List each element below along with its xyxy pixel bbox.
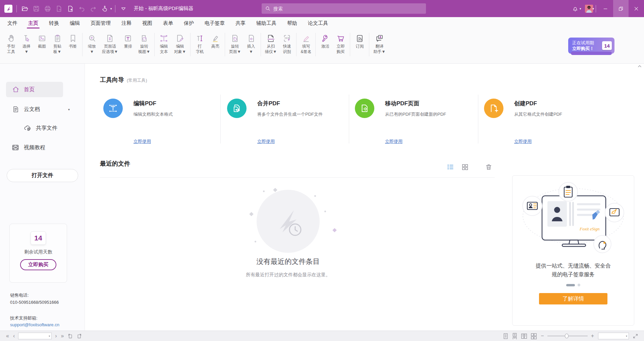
quick-ocr-button[interactable]: OCR 快速 识别: [279, 32, 294, 55]
typewriter-button[interactable]: 打 字机: [192, 32, 208, 55]
menu-protect[interactable]: 保护: [178, 17, 199, 30]
page-fit-button[interactable]: 页面适 应选项▼: [100, 32, 120, 55]
zoom-slider[interactable]: [547, 334, 588, 338]
ribbon-collapse-icon[interactable]: [118, 3, 128, 14]
menu-home[interactable]: 主页: [23, 17, 44, 30]
list-view-icon[interactable]: [446, 163, 454, 171]
facing-view-icon[interactable]: [519, 333, 529, 339]
snapshot-button[interactable]: 截图: [34, 32, 50, 50]
menu-esign[interactable]: 电子签章: [199, 17, 230, 30]
zoom-out-icon[interactable]: −: [539, 333, 546, 339]
cart-icon: [336, 33, 345, 44]
menu-comment[interactable]: 注释: [116, 17, 137, 30]
bookmark-button[interactable]: 书签: [65, 32, 80, 50]
tool-card-edit-pdf[interactable]: 编辑PDF 编辑文档和文本格式 立即使用: [100, 93, 221, 149]
prev-view-icon[interactable]: [66, 333, 75, 339]
use-now-link[interactable]: 立即使用: [133, 138, 151, 145]
highlight-button[interactable]: 高亮: [208, 32, 223, 50]
sidebar-item-home[interactable]: 首页: [6, 82, 63, 97]
sidebar-item-cloud-docs[interactable]: 云文档 ▾: [6, 102, 77, 117]
zoom-percent-input[interactable]: [598, 334, 626, 338]
hand-tool-button[interactable]: 手型 工具: [3, 32, 19, 55]
search-box[interactable]: [262, 3, 426, 14]
subscribe-button[interactable]: 订阅: [352, 32, 367, 50]
zoom-in-icon[interactable]: +: [589, 333, 596, 339]
notifications-caret-icon[interactable]: ▾: [580, 7, 581, 10]
rotate-pages-button[interactable]: 旋转 页面▼: [227, 32, 244, 55]
hand-tool-caret-icon[interactable]: ▾: [110, 7, 112, 10]
scroll-up-icon[interactable]: [637, 64, 642, 68]
learn-more-button[interactable]: 了解详情: [539, 293, 607, 304]
facing-continuous-view-icon[interactable]: [529, 333, 539, 339]
notifications-bell-icon[interactable]: [570, 3, 580, 14]
search-input[interactable]: [273, 6, 423, 11]
last-page-icon[interactable]: »: [59, 333, 66, 339]
from-scanner-button[interactable]: 从扫 描仪▼: [263, 32, 279, 55]
next-view-icon[interactable]: [75, 333, 84, 339]
trial-banner[interactable]: 正在试用期 立即购买！ 14: [568, 38, 614, 54]
page-caret-icon[interactable]: ▾: [49, 335, 51, 338]
use-now-link[interactable]: 立即使用: [257, 138, 275, 145]
select-tool-button[interactable]: 选择 ▼: [19, 32, 34, 55]
clipboard-button[interactable]: 剪贴 板▼: [50, 32, 65, 55]
activate-button[interactable]: 激活: [317, 32, 333, 50]
tool-card-move-pages[interactable]: 移动PDF页面 从已有的PDF页面创建新的PDF 立即使用: [352, 93, 472, 149]
insert-pages-button[interactable]: 插入 ▼: [244, 32, 259, 55]
edit-text-button[interactable]: 编辑 文本: [156, 32, 172, 55]
first-page-icon[interactable]: «: [4, 333, 11, 339]
tool-card-merge-pdf[interactable]: 合并PDF 将多个文件合并生成一个PDF文件 立即使用: [224, 93, 344, 149]
single-page-view-icon[interactable]: [501, 333, 510, 339]
translate-assistant-button[interactable]: 翻译 助手▼: [371, 32, 388, 55]
open-file-icon[interactable]: [20, 3, 30, 14]
next-page-icon[interactable]: ›: [53, 333, 59, 339]
menu-file[interactable]: 文件: [2, 17, 23, 30]
menu-form[interactable]: 表单: [158, 17, 178, 30]
use-now-link[interactable]: 立即使用: [385, 138, 402, 145]
carousel-dot-active[interactable]: [566, 284, 575, 286]
menu-view[interactable]: 视图: [137, 17, 158, 30]
zoom-caret-icon[interactable]: ▾: [626, 335, 629, 338]
rotate-view-button[interactable]: 旋转 视图▼: [136, 32, 153, 55]
cloud-docs-caret-icon[interactable]: ▾: [68, 108, 77, 111]
active-menu-underline: [27, 27, 40, 29]
hand-icon: [7, 33, 16, 44]
prev-page-icon[interactable]: ‹: [11, 333, 17, 339]
page-number-input[interactable]: [18, 334, 49, 338]
menu-page-management[interactable]: 页面管理: [85, 17, 116, 30]
fill-sign-button[interactable]: 填写 &签名: [298, 32, 314, 55]
menu-paper-tools[interactable]: 论文工具: [303, 17, 333, 30]
tool-card-create-pdf[interactable]: 创建PDF 从其它格式文件创建PDF 立即使用: [481, 93, 601, 149]
fullscreen-fit-icon[interactable]: [631, 333, 640, 339]
continuous-view-icon[interactable]: [510, 333, 519, 339]
zoom-percent-box[interactable]: ▾: [598, 333, 629, 339]
zoom-tool-button[interactable]: 缩放 ▼: [84, 32, 100, 55]
user-avatar[interactable]: [585, 5, 593, 13]
buy-now-pill-button[interactable]: 立即购买: [20, 259, 56, 270]
video-icon: [11, 144, 19, 152]
sidebar-item-shared-files[interactable]: 共享文件: [6, 121, 77, 135]
open-file-button[interactable]: 打开文件: [7, 169, 78, 182]
trash-icon[interactable]: [485, 163, 493, 171]
menu-help[interactable]: 帮助: [282, 17, 303, 30]
close-button[interactable]: [629, 0, 644, 17]
hand-tool-quick-icon[interactable]: [100, 3, 110, 14]
carousel-dot[interactable]: [578, 284, 580, 286]
reflow-button[interactable]: 重排: [120, 32, 136, 50]
restore-button[interactable]: [613, 0, 629, 17]
page-number-box[interactable]: ▾: [18, 333, 52, 339]
support-email-link[interactable]: support@foxitsoftware.cn: [10, 322, 59, 327]
window-title: 开始 - 福昕高级PDF编辑器: [134, 5, 194, 12]
menu-accessibility[interactable]: 辅助工具: [251, 17, 282, 30]
zoom-slider-thumb[interactable]: [565, 334, 569, 338]
buy-now-button[interactable]: 立即 购买: [333, 32, 348, 55]
edit-object-button[interactable]: 编辑 对象▼: [172, 32, 189, 55]
grid-view-icon[interactable]: [461, 163, 469, 171]
menu-convert[interactable]: 转换: [44, 17, 64, 30]
minimize-button[interactable]: [598, 0, 613, 17]
menu-share[interactable]: 共享: [230, 17, 251, 30]
menu-edit[interactable]: 编辑: [64, 17, 85, 30]
account-caret-icon[interactable]: ▾: [592, 7, 594, 10]
sidebar-item-video-tutorials[interactable]: 视频教程: [6, 140, 77, 155]
page-add-icon[interactable]: [65, 3, 75, 14]
use-now-link[interactable]: 立即使用: [514, 138, 532, 145]
